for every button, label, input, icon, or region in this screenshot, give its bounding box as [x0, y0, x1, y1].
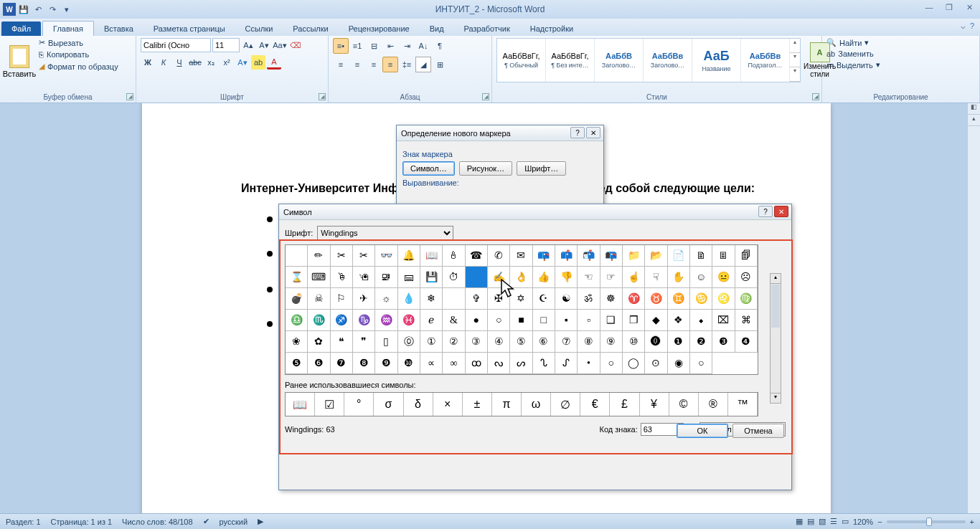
- symbol-cell[interactable]: ❺: [286, 353, 308, 374]
- recent-symbol-cell[interactable]: ™: [728, 393, 758, 416]
- style-gallery[interactable]: АаБбВвГг,¶ ОбычныйАаБбВвГг,¶ Без инте…Аа…: [496, 38, 801, 82]
- multilevel-icon[interactable]: ⊟: [366, 38, 382, 54]
- style-item[interactable]: АаБНазвание: [692, 39, 741, 82]
- symbol-cell[interactable]: ⓪: [398, 331, 420, 353]
- symbol-cell[interactable]: ❼: [331, 353, 353, 374]
- ruler-toggle-icon[interactable]: ◧: [968, 103, 980, 115]
- symbol-cell[interactable]: ❖: [668, 310, 690, 331]
- symbol-cell[interactable]: ⌨: [308, 267, 330, 288]
- style-item[interactable]: АаБбВЗаголово…: [595, 39, 644, 82]
- symbol-cell[interactable]: ❀: [286, 331, 308, 353]
- font-button[interactable]: Шрифт…: [517, 161, 566, 176]
- symbol-cell[interactable]: &: [443, 310, 465, 331]
- undo-icon[interactable]: ↶: [32, 3, 44, 16]
- symbol-cell[interactable]: ⓿: [645, 331, 667, 353]
- symbol-cell[interactable]: ☞: [600, 267, 623, 288]
- symbol-cell[interactable]: 👍: [533, 267, 555, 288]
- recent-symbol-cell[interactable]: δ: [404, 393, 433, 416]
- format-painter-button[interactable]: ◢Формат по образцу: [39, 62, 118, 71]
- proofing-icon[interactable]: ✔: [203, 517, 209, 526]
- text-effects-icon[interactable]: A▾: [235, 55, 250, 70]
- symbol-cell[interactable]: 🖲: [353, 267, 375, 288]
- help-icon[interactable]: ?: [970, 22, 974, 31]
- symbol-cell[interactable]: 👓: [375, 245, 397, 267]
- symbol-cell[interactable]: ⌘: [735, 310, 758, 331]
- style-item[interactable]: АаБбВвГг,¶ Обычный: [497, 39, 546, 82]
- symbol-cell[interactable]: ⚐: [331, 288, 353, 310]
- symbol-cell[interactable]: □: [533, 310, 555, 331]
- subscript-button[interactable]: x₂: [204, 55, 218, 70]
- symbol-cell[interactable]: ℯ: [420, 310, 443, 331]
- symbol-cell[interactable]: ♏: [308, 310, 330, 331]
- tab-mailings[interactable]: Рассылки: [283, 22, 338, 36]
- symbol-cell[interactable]: ᔓ: [488, 353, 510, 374]
- symbol-cell[interactable]: ❸: [712, 331, 735, 353]
- symbol-cell[interactable]: ✆: [488, 245, 510, 267]
- symbol-cell[interactable]: 🗏: [712, 245, 735, 267]
- ok-button[interactable]: ОК: [677, 424, 728, 438]
- symbol-cell[interactable]: ☜: [578, 267, 600, 288]
- symbol-cell[interactable]: ☎: [466, 245, 488, 267]
- clipboard-launcher-icon[interactable]: ◢: [126, 93, 133, 100]
- tab-references[interactable]: Ссылки: [235, 22, 283, 36]
- dialog-help-icon[interactable]: ?: [758, 206, 773, 217]
- symbol-cell[interactable]: ♉: [645, 288, 667, 310]
- view-outline-icon[interactable]: ☰: [830, 517, 837, 526]
- underline-button[interactable]: Ч: [172, 55, 187, 70]
- symbol-cell[interactable]: ♑: [353, 310, 375, 331]
- symbol-cell[interactable]: ⊙: [645, 353, 667, 374]
- recent-symbol-cell[interactable]: ω: [522, 393, 551, 416]
- symbol-cell[interactable]: ⏱: [443, 267, 465, 288]
- borders-icon[interactable]: ⊞: [432, 57, 448, 72]
- symbol-cell[interactable]: ☯: [555, 288, 578, 310]
- view-read-icon[interactable]: ▤: [807, 517, 814, 526]
- symbol-cell[interactable]: ॐ: [578, 288, 600, 310]
- symbol-cell[interactable]: ☼: [375, 288, 397, 310]
- tab-view[interactable]: Вид: [420, 22, 454, 36]
- zoom-level[interactable]: 120%: [853, 518, 873, 526]
- align-justify-icon[interactable]: ≡: [382, 57, 398, 72]
- symbol-cell[interactable]: ▪: [555, 310, 578, 331]
- symbol-cell[interactable]: ♌: [712, 288, 735, 310]
- minimize-icon[interactable]: ―: [923, 2, 936, 12]
- qat-dropdown-icon[interactable]: ▾: [60, 3, 73, 16]
- symbol-cell[interactable]: ✈: [353, 288, 375, 310]
- symbol-cell[interactable]: 🖴: [398, 267, 420, 288]
- dialog-help-icon[interactable]: ?: [570, 127, 585, 138]
- symbol-cell[interactable]: ⑤: [510, 331, 532, 353]
- symbol-cell[interactable]: ✂: [353, 245, 375, 267]
- symbol-cell[interactable]: ⬥: [690, 310, 712, 331]
- symbol-cell[interactable]: ❻: [308, 353, 330, 374]
- zoom-out-icon[interactable]: −: [877, 518, 882, 526]
- font-size-combo[interactable]: [212, 38, 240, 52]
- paste-button[interactable]: Вставить: [4, 38, 34, 85]
- macro-icon[interactable]: ▶: [258, 517, 263, 526]
- bullets-icon[interactable]: ≡•: [333, 38, 349, 54]
- symbol-cell[interactable]: ③: [466, 331, 488, 353]
- symbol-cell[interactable]: ✂: [331, 245, 353, 267]
- font-launcher-icon[interactable]: ◢: [319, 93, 326, 100]
- symbol-cell[interactable]: ⑧: [578, 331, 600, 353]
- select-button[interactable]: ▭Выделить▾: [826, 60, 975, 70]
- dialog-titlebar[interactable]: Символ ? ✕: [279, 204, 791, 220]
- recent-symbol-cell[interactable]: £: [610, 393, 639, 416]
- copy-button[interactable]: ⎘Копировать: [39, 50, 118, 59]
- symbol-cell[interactable]: 🗎: [690, 245, 712, 267]
- symbol-cell[interactable]: 📭: [600, 245, 623, 267]
- symbol-cell[interactable]: ①: [420, 331, 443, 353]
- scroll-up-icon[interactable]: ▴: [771, 274, 781, 284]
- status-language[interactable]: русский: [220, 518, 248, 526]
- symbol-cell[interactable]: 😐: [712, 267, 735, 288]
- symbol-cell[interactable]: 🖰: [331, 267, 353, 288]
- restore-icon[interactable]: ❐: [943, 2, 956, 12]
- symbol-cell[interactable]: ○: [488, 310, 510, 331]
- redo-icon[interactable]: ↷: [46, 3, 59, 16]
- zoom-slider[interactable]: [887, 520, 966, 523]
- symbol-cell[interactable]: 📫: [555, 245, 578, 267]
- symbol-cell[interactable]: ✉: [510, 245, 532, 267]
- symbol-cell[interactable]: ✿: [308, 331, 330, 353]
- symbol-cell[interactable]: 📖: [420, 245, 443, 267]
- strike-button[interactable]: abc: [188, 55, 202, 70]
- symbol-font-combo[interactable]: Wingdings: [317, 226, 453, 240]
- symbol-cell[interactable]: ♋: [690, 288, 712, 310]
